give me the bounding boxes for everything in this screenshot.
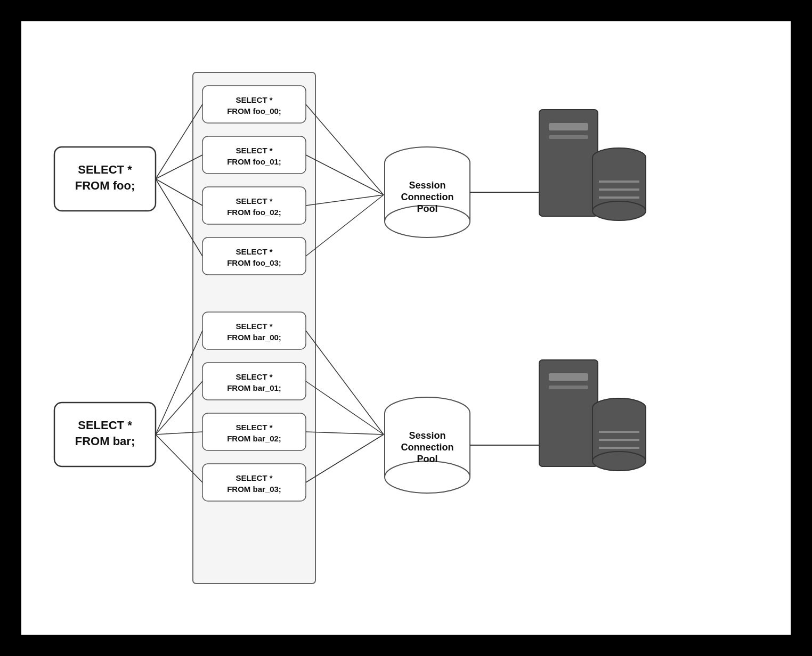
svg-text:SELECT *: SELECT * <box>236 95 272 104</box>
svg-text:Connection: Connection <box>401 442 454 453</box>
svg-text:FROM bar_03;: FROM bar_03; <box>227 485 281 494</box>
svg-rect-22 <box>202 363 306 400</box>
svg-text:SELECT *: SELECT * <box>236 423 272 432</box>
main-diagram-svg: SELECT * FROM foo; SELECT * FROM bar; SE… <box>38 40 774 616</box>
svg-text:Session: Session <box>409 430 445 441</box>
svg-text:FROM foo_02;: FROM foo_02; <box>227 208 281 217</box>
svg-rect-13 <box>202 187 306 224</box>
svg-text:Session: Session <box>409 180 445 191</box>
svg-line-46 <box>306 434 384 482</box>
svg-text:SELECT *: SELECT * <box>78 419 132 432</box>
svg-rect-16 <box>202 237 306 275</box>
svg-line-44 <box>306 381 384 434</box>
svg-text:Connection: Connection <box>401 192 454 202</box>
svg-rect-66 <box>549 123 588 130</box>
svg-point-83 <box>592 452 646 471</box>
svg-line-45 <box>306 432 384 434</box>
svg-rect-25 <box>202 413 306 450</box>
svg-line-39 <box>306 104 384 195</box>
svg-text:Pool: Pool <box>417 203 438 214</box>
svg-rect-7 <box>202 86 306 123</box>
svg-text:SELECT *: SELECT * <box>78 163 132 176</box>
svg-line-40 <box>306 155 384 195</box>
svg-text:SELECT *: SELECT * <box>236 196 272 206</box>
svg-rect-19 <box>202 312 306 349</box>
svg-point-72 <box>592 201 646 220</box>
svg-text:FROM bar;: FROM bar; <box>75 434 135 448</box>
svg-text:SELECT *: SELECT * <box>236 247 272 256</box>
svg-rect-10 <box>202 136 306 174</box>
svg-text:SELECT *: SELECT * <box>236 146 272 155</box>
svg-rect-77 <box>549 373 588 381</box>
svg-rect-67 <box>549 135 588 139</box>
svg-text:SELECT *: SELECT * <box>236 473 272 482</box>
svg-line-43 <box>306 331 384 434</box>
svg-text:FROM bar_02;: FROM bar_02; <box>227 434 281 443</box>
svg-text:Pool: Pool <box>417 454 438 464</box>
svg-text:FROM bar_01;: FROM bar_01; <box>227 383 281 392</box>
svg-text:FROM bar_00;: FROM bar_00; <box>227 333 281 342</box>
diagram-area: SELECT * FROM foo; SELECT * FROM bar; SE… <box>21 21 791 635</box>
svg-text:FROM foo_00;: FROM foo_00; <box>227 106 281 116</box>
svg-text:FROM foo_01;: FROM foo_01; <box>227 157 281 166</box>
svg-text:SELECT *: SELECT * <box>236 322 272 331</box>
svg-text:FROM foo;: FROM foo; <box>75 179 135 192</box>
svg-rect-78 <box>549 386 588 389</box>
svg-point-59 <box>385 461 470 493</box>
svg-rect-28 <box>202 464 306 501</box>
svg-text:FROM foo_03;: FROM foo_03; <box>227 258 281 267</box>
svg-text:SELECT *: SELECT * <box>236 372 272 381</box>
